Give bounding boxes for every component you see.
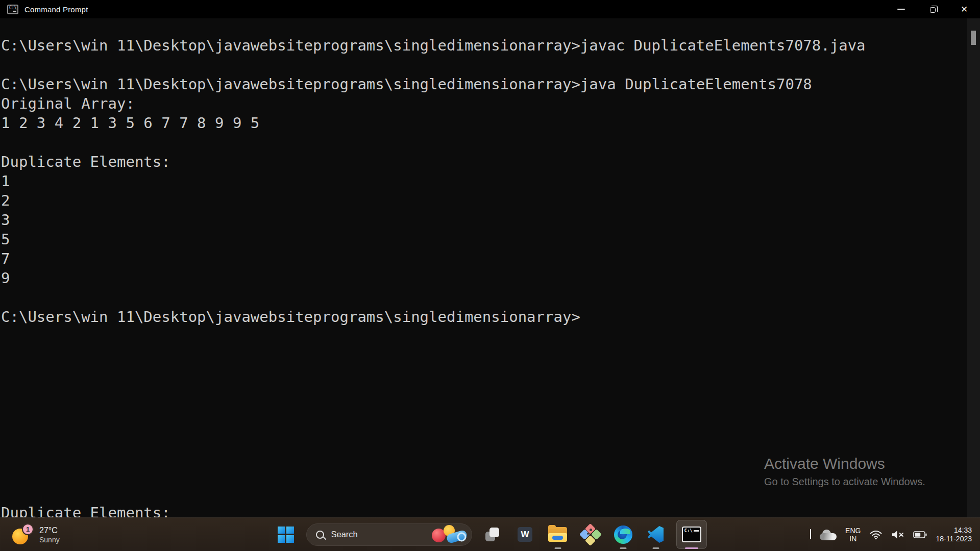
- tray-overflow-button[interactable]: [810, 530, 811, 539]
- vscode-icon: [648, 526, 664, 543]
- running-indicator: [620, 547, 626, 549]
- weather-text: 27°C Sunny: [39, 525, 60, 544]
- weather-widget[interactable]: 1 27°C Sunny: [12, 518, 60, 551]
- search-placeholder: Search: [331, 530, 358, 539]
- terminal-line: [1, 55, 967, 74]
- restore-button[interactable]: [917, 0, 948, 18]
- restore-icon: [930, 7, 936, 13]
- time-label: 14:33: [936, 526, 972, 535]
- terminal-line: 3: [1, 210, 967, 230]
- file-explorer-icon: [548, 527, 567, 542]
- taskbar: 1 27°C Sunny Search: [0, 517, 980, 551]
- date-label: 18-11-2023: [936, 535, 972, 543]
- battery-icon: [913, 531, 927, 538]
- close-icon: ✕: [961, 5, 968, 14]
- volume-button[interactable]: [891, 530, 904, 539]
- battery-button[interactable]: [913, 531, 927, 538]
- search-input[interactable]: Search: [306, 523, 472, 546]
- onedrive-button[interactable]: [820, 530, 837, 540]
- activate-windows-watermark: Activate Windows Go to Settings to activ…: [764, 455, 925, 488]
- taskbar-item-edge[interactable]: [611, 518, 635, 551]
- task-view-button[interactable]: [480, 518, 505, 551]
- language-switcher[interactable]: ENG IN: [845, 527, 861, 543]
- terminal-line: 1 2 3 4 2 1 3 5 6 7 7 8 9 9 5: [1, 113, 967, 133]
- terminal-line: Duplicate Elements:: [1, 152, 967, 171]
- window-titlebar: C:\ Command Prompt ✕: [0, 0, 980, 18]
- terminal-line: 9: [1, 268, 967, 288]
- onedrive-cloud-icon: [820, 530, 837, 540]
- edge-icon: [614, 525, 632, 544]
- watermark-subtitle: Go to Settings to activate Windows.: [764, 476, 925, 488]
- terminal-line: 7: [1, 249, 967, 268]
- taskbar-item-file-explorer[interactable]: [546, 518, 570, 551]
- network-button[interactable]: [869, 530, 883, 540]
- chevron-up-icon: [810, 529, 811, 539]
- wifi-icon: [869, 530, 883, 540]
- minimize-button[interactable]: [885, 0, 917, 18]
- taskbar-item-git[interactable]: [578, 518, 603, 551]
- terminal-line: C:\Users\win 11\Desktop\javawebsiteprogr…: [1, 74, 967, 94]
- terminal-line: C:\Users\win 11\Desktop\javawebsiteprogr…: [1, 36, 967, 55]
- start-button[interactable]: [274, 518, 298, 551]
- watermark-title: Activate Windows: [764, 455, 925, 472]
- terminal-line: C:\Users\win 11\Desktop\javawebsiteprogr…: [1, 307, 967, 327]
- close-button[interactable]: ✕: [948, 0, 980, 18]
- volume-muted-icon: [891, 530, 904, 539]
- bing-daily-icon: [430, 523, 469, 546]
- minimize-icon: [897, 9, 905, 10]
- word-icon: W: [518, 527, 532, 542]
- clock[interactable]: 14:33 18-11-2023: [936, 526, 972, 543]
- windows-logo-icon: [278, 527, 294, 543]
- terminal-line: 1: [1, 171, 967, 191]
- running-indicator: [554, 547, 561, 549]
- terminal-line: Original Array:: [1, 94, 967, 113]
- sun-icon: 1: [12, 523, 34, 546]
- window-title: Command Prompt: [24, 5, 88, 14]
- terminal-line: [1, 133, 967, 152]
- weather-temperature: 27°C: [39, 525, 60, 536]
- cmd-window-icon: C:\: [7, 5, 18, 14]
- terminal-line: 2: [1, 191, 967, 210]
- cmd-icon-cursor: [13, 11, 16, 12]
- language-label: ENG: [845, 527, 861, 535]
- system-tray: ENG IN: [810, 518, 980, 551]
- weather-condition: Sunny: [39, 536, 60, 544]
- search-icon: [316, 531, 324, 539]
- terminal-line: 5: [1, 230, 967, 249]
- scrollbar-track[interactable]: [967, 18, 980, 551]
- terminal-line: [1, 288, 967, 307]
- taskbar-center: Search W: [274, 518, 707, 551]
- git-icon: [581, 525, 600, 544]
- cmd-icon: [682, 527, 701, 542]
- notification-badge: 1: [22, 523, 34, 535]
- window-controls: ✕: [885, 0, 980, 18]
- running-indicator: [652, 547, 659, 549]
- taskbar-item-word[interactable]: W: [513, 518, 537, 551]
- scrollbar-thumb[interactable]: [971, 31, 976, 45]
- active-app-tile: [676, 520, 707, 549]
- taskbar-item-terminal[interactable]: [676, 518, 707, 551]
- desktop: C:\ Command Prompt ✕ C:\Users\win 11\Des…: [0, 0, 980, 551]
- taskbar-item-vscode[interactable]: [644, 518, 668, 551]
- cmd-icon-text: C:\: [9, 6, 16, 10]
- region-label: IN: [845, 535, 861, 543]
- active-indicator: [685, 547, 698, 549]
- task-view-icon: [485, 528, 499, 541]
